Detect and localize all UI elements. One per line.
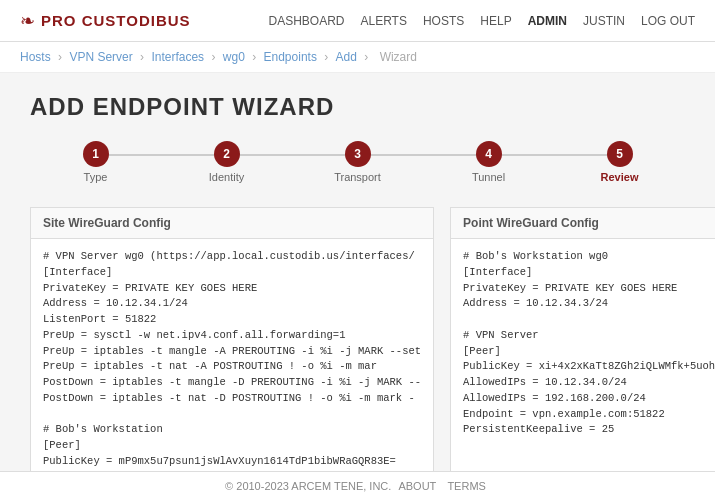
nav-alerts[interactable]: ALERTS <box>360 14 406 28</box>
step-circle-2: 2 <box>214 141 240 167</box>
nav-user[interactable]: JUSTIN <box>583 14 625 28</box>
breadcrumb: Hosts › VPN Server › Interfaces › wg0 › … <box>0 42 715 73</box>
breadcrumb-wizard: Wizard <box>380 50 417 64</box>
page-title: ADD ENDPOINT WIZARD <box>30 93 685 121</box>
breadcrumb-hosts[interactable]: Hosts <box>20 50 51 64</box>
step-label-4: Tunnel <box>472 171 505 183</box>
breadcrumb-interfaces[interactable]: Interfaces <box>151 50 204 64</box>
breadcrumb-sep4: › <box>252 50 259 64</box>
breadcrumb-wg0[interactable]: wg0 <box>223 50 245 64</box>
nav-dashboard[interactable]: DASHBOARD <box>268 14 344 28</box>
breadcrumb-sep6: › <box>364 50 371 64</box>
site-config-title: Site WireGuard Config <box>31 208 433 239</box>
breadcrumb-vpnserver[interactable]: VPN Server <box>69 50 132 64</box>
site-config-panel: Site WireGuard Config # VPN Server wg0 (… <box>30 207 434 496</box>
wizard-step-tunnel: 4 Tunnel <box>423 141 554 183</box>
site-config-code: # VPN Server wg0 (https://app.local.cust… <box>31 239 433 495</box>
config-panels: Site WireGuard Config # VPN Server wg0 (… <box>30 207 685 496</box>
step-circle-1: 1 <box>83 141 109 167</box>
header-nav: DASHBOARD ALERTS HOSTS HELP ADMIN JUSTIN… <box>268 14 695 28</box>
point-config-code: # Bob's Workstation wg0 [Interface] Priv… <box>451 239 715 448</box>
header: ❧ PRO CUSTODIBUS DASHBOARD ALERTS HOSTS … <box>0 0 715 42</box>
nav-admin[interactable]: ADMIN <box>528 14 567 28</box>
footer-copyright: © 2010-2023 ARCEM TENE, INC. <box>225 480 391 492</box>
step-circle-4: 4 <box>476 141 502 167</box>
step-label-3: Transport <box>334 171 381 183</box>
footer: © 2010-2023 ARCEM TENE, INC. ABOUT TERMS <box>0 471 715 500</box>
wizard-step-type: 1 Type <box>30 141 161 183</box>
logo-text: PRO CUSTODIBUS <box>41 12 191 29</box>
step-circle-3: 3 <box>345 141 371 167</box>
step-label-1: Type <box>84 171 108 183</box>
step-circle-5: 5 <box>607 141 633 167</box>
breadcrumb-sep1: › <box>58 50 65 64</box>
breadcrumb-sep3: › <box>211 50 218 64</box>
breadcrumb-add[interactable]: Add <box>336 50 357 64</box>
breadcrumb-sep5: › <box>324 50 331 64</box>
nav-help[interactable]: HELP <box>480 14 511 28</box>
wizard-steps: 1 Type 2 Identity 3 Transport 4 Tunnel 5… <box>30 141 685 183</box>
logo-icon: ❧ <box>20 10 35 32</box>
main-content: ADD ENDPOINT WIZARD 1 Type 2 Identity 3 … <box>0 73 715 500</box>
logo: ❧ PRO CUSTODIBUS <box>20 10 191 32</box>
wizard-step-transport: 3 Transport <box>292 141 423 183</box>
point-config-panel: Point WireGuard Config # Bob's Workstati… <box>450 207 715 496</box>
footer-about[interactable]: ABOUT <box>398 480 436 492</box>
nav-logout[interactable]: LOG OUT <box>641 14 695 28</box>
step-label-5: Review <box>601 171 639 183</box>
breadcrumb-endpoints[interactable]: Endpoints <box>264 50 317 64</box>
point-config-title: Point WireGuard Config <box>451 208 715 239</box>
wizard-step-review: 5 Review <box>554 141 685 183</box>
step-label-2: Identity <box>209 171 244 183</box>
nav-hosts[interactable]: HOSTS <box>423 14 464 28</box>
breadcrumb-sep2: › <box>140 50 147 64</box>
wizard-step-identity: 2 Identity <box>161 141 292 183</box>
footer-terms[interactable]: TERMS <box>447 480 486 492</box>
